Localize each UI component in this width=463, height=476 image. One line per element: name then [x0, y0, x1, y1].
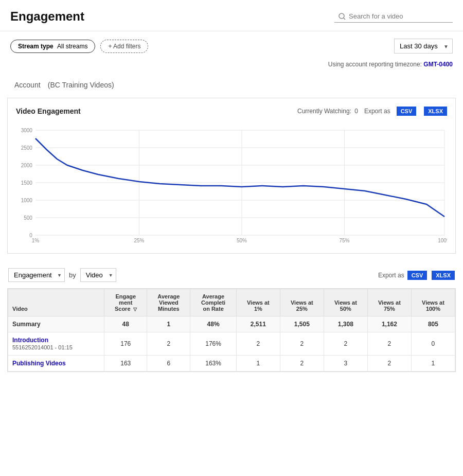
row1-views-25: 2 [280, 332, 324, 356]
stream-type-button[interactable]: Stream type All streams [10, 40, 95, 53]
row2-views-50: 3 [324, 356, 367, 372]
svg-text:25%: 25% [134, 238, 144, 243]
summary-views-100: 805 [411, 316, 455, 332]
col-header-avg-completion: AverageCompletion Rate [190, 289, 237, 316]
row1-views-100: 0 [411, 332, 455, 356]
svg-line-1 [344, 18, 345, 20]
svg-text:3000: 3000 [21, 128, 33, 133]
engagement-table: Video EngagementScore ▽ AverageViewedMin… [8, 289, 455, 372]
table-row: Introduction 5516252014001 - 01:15 176 2… [8, 332, 455, 356]
account-label: Account [14, 81, 41, 89]
svg-text:100%: 100% [438, 238, 447, 243]
row1-views-75: 2 [367, 332, 411, 356]
table-controls-left: Engagement by Video [8, 268, 116, 282]
row2-views-1: 1 [236, 356, 280, 372]
currently-watching-label: Currently Watching: 0 [297, 108, 358, 115]
video-link-2[interactable]: Publishing Videos [12, 360, 66, 367]
col-header-views-50: Views at50% [324, 289, 367, 316]
table-export-label: Export as [378, 272, 404, 279]
svg-text:2500: 2500 [21, 145, 33, 151]
timezone-row: Using account reporting timezone: GMT-04… [0, 61, 463, 73]
by-label: by [69, 271, 76, 279]
summary-views-25: 1,505 [280, 316, 324, 332]
engagement-chart: 3000 2500 2000 1500 1000 500 0 1% 25 [16, 123, 447, 246]
page-title: Engagement [10, 9, 84, 24]
search-box[interactable] [334, 10, 453, 23]
col-header-views-75: Views at75% [367, 289, 411, 316]
col-header-views-100: Views at100% [411, 289, 455, 316]
table-controls: Engagement by Video Export as CSV XLSX [0, 262, 463, 288]
date-select-wrap[interactable]: Last 30 days Last 7 days Last 60 days La… [394, 39, 453, 54]
video-id-1: 5516252014001 - 01:15 [12, 344, 73, 350]
col-header-avg-viewed: AverageViewedMinutes [147, 289, 190, 316]
search-input[interactable] [349, 12, 441, 20]
table-export: Export as CSV XLSX [378, 271, 455, 280]
chart-area: 3000 2500 2000 1500 1000 500 0 1% 25 [16, 123, 447, 248]
svg-text:50%: 50% [237, 238, 247, 243]
summary-engagement: 48 [104, 316, 147, 332]
svg-text:1000: 1000 [21, 198, 33, 203]
account-section-title: Account (BC Training Videos) [0, 73, 463, 98]
stream-type-label: Stream type [18, 43, 54, 50]
summary-label: Summary [8, 316, 104, 332]
summary-avg-viewed: 1 [147, 316, 190, 332]
summary-views-50: 1,308 [324, 316, 367, 332]
row1-engagement: 176 [104, 332, 147, 356]
svg-text:2000: 2000 [21, 163, 33, 168]
row2-views-75: 2 [367, 356, 411, 372]
video-cell-1: Introduction 5516252014001 - 01:15 [8, 332, 104, 356]
video-cell-2: Publishing Videos [8, 356, 104, 372]
row1-avg-completion: 176% [190, 332, 237, 356]
add-filters-button[interactable]: + Add filters [100, 40, 148, 53]
timezone-prefix: Using account reporting timezone: [328, 61, 422, 68]
chart-title: Video Engagement [16, 107, 81, 115]
table-row: Publishing Videos 163 6 163% 1 2 3 2 1 [8, 356, 455, 372]
metric-select[interactable]: Engagement [8, 268, 65, 282]
svg-text:1500: 1500 [21, 180, 33, 186]
group-dropdown-wrap[interactable]: Video [80, 268, 116, 282]
svg-text:1%: 1% [32, 238, 40, 243]
sort-arrow: ▽ [133, 307, 137, 312]
date-select[interactable]: Last 30 days Last 7 days Last 60 days La… [394, 39, 453, 54]
col-header-views-1: Views at1% [236, 289, 280, 316]
svg-text:75%: 75% [340, 238, 350, 243]
filters-left: Stream type All streams + Add filters [10, 40, 148, 53]
stream-type-value: All streams [57, 43, 87, 50]
row2-engagement: 163 [104, 356, 147, 372]
table-header-row: Video EngagementScore ▽ AverageViewedMin… [8, 289, 455, 316]
data-table-wrap: Video EngagementScore ▽ AverageViewedMin… [7, 288, 456, 372]
account-sub: (BC Training Videos) [48, 81, 114, 89]
svg-text:500: 500 [24, 215, 32, 221]
group-select[interactable]: Video [80, 268, 116, 282]
summary-views-1: 2,511 [236, 316, 280, 332]
video-link-1[interactable]: Introduction [12, 337, 48, 344]
chart-meta: Currently Watching: 0 Export as CSV XLSX [297, 107, 447, 116]
table-csv-button[interactable]: CSV [407, 271, 428, 280]
search-icon [339, 13, 346, 20]
timezone-link[interactable]: GMT-0400 [423, 61, 453, 68]
filters-row: Stream type All streams + Add filters La… [0, 31, 463, 61]
header: Engagement [0, 0, 463, 31]
row2-avg-viewed: 6 [147, 356, 190, 372]
table-xlsx-button[interactable]: XLSX [432, 271, 455, 280]
col-header-views-25: Views at25% [280, 289, 324, 316]
summary-views-75: 1,162 [367, 316, 411, 332]
col-header-video: Video [8, 289, 104, 316]
row2-views-100: 1 [411, 356, 455, 372]
metric-dropdown-wrap[interactable]: Engagement [8, 268, 65, 282]
summary-row: Summary 48 1 48% 2,511 1,505 1,308 1,162… [8, 316, 455, 332]
row2-avg-completion: 163% [190, 356, 237, 372]
chart-csv-button[interactable]: CSV [397, 107, 417, 116]
chart-header: Video Engagement Currently Watching: 0 E… [16, 107, 447, 116]
row2-views-25: 2 [280, 356, 324, 372]
export-label: Export as [364, 108, 390, 115]
col-header-engagement[interactable]: EngagementScore ▽ [104, 289, 147, 316]
summary-avg-completion: 48% [190, 316, 237, 332]
row1-avg-viewed: 2 [147, 332, 190, 356]
chart-xlsx-button[interactable]: XLSX [424, 107, 447, 116]
chart-panel: Video Engagement Currently Watching: 0 E… [7, 98, 456, 254]
svg-point-0 [339, 13, 344, 19]
row1-views-50: 2 [324, 332, 367, 356]
row1-views-1: 2 [236, 332, 280, 356]
